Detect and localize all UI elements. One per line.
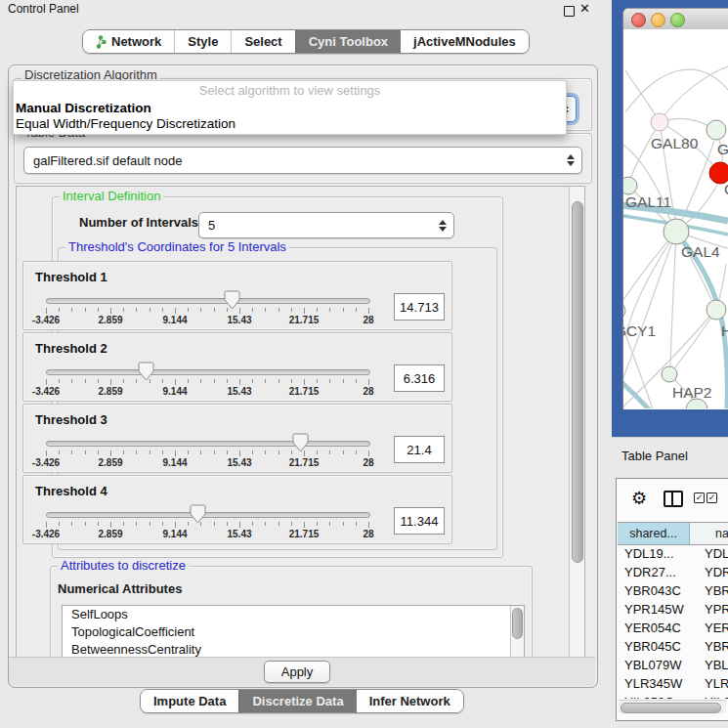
table-row[interactable]: YDL19...YDL1 xyxy=(618,544,728,563)
slider-track[interactable] xyxy=(46,441,370,447)
network-node-gcy1[interactable] xyxy=(623,302,625,320)
slider-track[interactable] xyxy=(46,369,370,375)
settings-scrollbar-thumb[interactable] xyxy=(572,201,583,563)
close-icon[interactable]: ✕ xyxy=(579,1,590,16)
hscrollbar-thumb[interactable] xyxy=(621,703,721,713)
cell-name[interactable]: YBL0 xyxy=(699,656,728,674)
threshold-value-field[interactable]: 14.713 xyxy=(394,293,445,321)
tab-style[interactable]: Style xyxy=(174,30,231,53)
slider-tick xyxy=(200,308,201,312)
tab-select[interactable]: Select xyxy=(231,30,294,53)
slider-tick xyxy=(98,450,99,454)
cell-name[interactable]: YDL1 xyxy=(699,544,728,563)
cell-shared-name[interactable]: YDL19... xyxy=(618,544,699,563)
algorithm-option-equal-width-frequency-discretization[interactable]: Equal Width/Frequency Discretization xyxy=(14,116,566,132)
slider-tick xyxy=(239,379,240,385)
slider-track[interactable] xyxy=(46,512,370,518)
network-node-gal4[interactable] xyxy=(664,219,689,244)
numerical-attributes-list[interactable]: SelfLoopsTopologicalCoefficientBetweenne… xyxy=(62,605,525,659)
network-edge[interactable] xyxy=(625,69,728,112)
table-row[interactable]: YDR27...YDR2 xyxy=(618,563,728,581)
cell-shared-name[interactable]: YPR145W xyxy=(618,600,699,619)
network-edge[interactable] xyxy=(674,310,716,368)
slider-thumb[interactable] xyxy=(224,290,240,310)
slider-tick xyxy=(252,308,253,312)
table-row[interactable]: YPR145WYPR1 xyxy=(618,600,728,619)
network-edge[interactable] xyxy=(660,66,728,122)
table-panel: Table Panel ⚙ ✓ ✓ shared... na YDL19...Y… xyxy=(612,437,728,728)
attribute-item-topologicalcoefficient[interactable]: TopologicalCoefficient xyxy=(63,623,524,641)
mode-tab-discretize-data[interactable]: Discretize Data xyxy=(238,690,356,712)
checkbox-icon[interactable]: ✓ xyxy=(694,492,705,503)
network-edge[interactable] xyxy=(670,232,676,365)
threshold-value-field[interactable]: 21.4 xyxy=(394,436,445,463)
cell-name[interactable]: YBR0 xyxy=(699,581,728,600)
settings-scrollbar[interactable] xyxy=(569,187,584,658)
minimize-window-icon[interactable] xyxy=(651,13,665,27)
cell-shared-name[interactable]: YIL052C xyxy=(618,693,699,699)
number-of-intervals-combobox[interactable]: 5 xyxy=(198,212,454,238)
cell-name[interactable]: YLR3 xyxy=(699,674,728,693)
column-header-shared-name[interactable]: shared... xyxy=(618,523,690,544)
network-edge-highlighted[interactable] xyxy=(677,235,727,408)
slider-thumb[interactable] xyxy=(138,362,154,381)
mode-tab-impute-data[interactable]: Impute Data xyxy=(141,690,238,712)
network-node-gal80[interactable] xyxy=(651,113,668,131)
tab-cyni-toolbox[interactable]: Cyni Toolbox xyxy=(295,30,401,53)
slider-tick xyxy=(98,522,99,526)
slider-tick xyxy=(59,450,60,454)
attributes-scrollbar-thumb[interactable] xyxy=(512,608,523,639)
cell-shared-name[interactable]: YBR043C xyxy=(618,581,699,600)
threshold-value-field[interactable]: 6.316 xyxy=(394,364,445,392)
network-node-ga[interactable] xyxy=(707,120,726,140)
network-node-gal11[interactable] xyxy=(623,177,637,194)
close-window-icon[interactable] xyxy=(631,13,646,27)
tab-network[interactable]: Network xyxy=(83,30,174,53)
cell-name[interactable]: YBR0 xyxy=(699,637,728,656)
table-row[interactable]: YIL052CYIL0 xyxy=(618,693,728,699)
algorithm-option-manual-discretization[interactable]: Manual Discretization xyxy=(14,101,566,116)
slider-track[interactable] xyxy=(46,298,370,304)
mode-tab-infer-network[interactable]: Infer Network xyxy=(357,690,463,712)
number-of-intervals-label: Number of Intervals xyxy=(79,215,198,230)
cell-name[interactable]: YPR1 xyxy=(699,600,728,619)
network-window-titlebar[interactable] xyxy=(623,9,728,30)
gear-icon[interactable]: ⚙ xyxy=(631,488,647,509)
cell-shared-name[interactable]: YBR045C xyxy=(618,637,699,656)
table-row[interactable]: YER054CYER0 xyxy=(618,619,728,637)
cell-shared-name[interactable]: YBL079W xyxy=(618,656,699,674)
cell-name[interactable]: YDR2 xyxy=(699,563,728,581)
slider-tick xyxy=(110,522,111,528)
table-row[interactable]: YBR045CYBR0 xyxy=(618,637,728,656)
split-pane-icon[interactable] xyxy=(664,491,683,507)
cell-shared-name[interactable]: YDR27... xyxy=(618,563,699,581)
column-header-name[interactable]: na xyxy=(690,523,728,544)
cell-name[interactable]: YER0 xyxy=(699,619,728,637)
slider-thumb[interactable] xyxy=(190,504,206,524)
tab-label: Discretize Data xyxy=(252,690,343,712)
table-horizontal-scrollbar[interactable] xyxy=(619,700,726,713)
threshold-value-field[interactable]: 11.344 xyxy=(394,507,445,535)
apply-button[interactable]: Apply xyxy=(264,661,330,683)
zoom-window-icon[interactable] xyxy=(670,13,685,27)
network-edge[interactable] xyxy=(623,232,676,304)
slider-thumb[interactable] xyxy=(292,433,309,452)
network-edge[interactable] xyxy=(625,232,676,337)
table-data-combobox[interactable]: galFiltered.sif default node xyxy=(23,147,582,174)
table-row[interactable]: YLR345WYLR3 xyxy=(618,674,728,693)
table-row[interactable]: YBL079WYBL0 xyxy=(618,656,728,674)
table-row[interactable]: YBR043CYBR0 xyxy=(618,581,728,600)
tab-jactivemnodules[interactable]: jActiveMNodules xyxy=(401,30,529,53)
float-window-icon[interactable] xyxy=(564,6,575,17)
network-node-hap2[interactable] xyxy=(662,366,677,382)
cell-shared-name[interactable]: YLR345W xyxy=(618,674,699,693)
cell-name[interactable]: YIL0 xyxy=(699,693,728,699)
network-canvas[interactable]: GAL80GACGAL11GAL4GCY1HHAP2 xyxy=(623,29,728,408)
checkbox-icon[interactable]: ✓ xyxy=(707,492,717,503)
network-edge[interactable] xyxy=(625,70,660,122)
attribute-item-selfloops[interactable]: SelfLoops xyxy=(63,606,524,623)
slider-tick xyxy=(123,308,124,312)
cell-shared-name[interactable]: YER054C xyxy=(618,619,699,637)
attributes-list-scrollbar[interactable] xyxy=(510,606,524,659)
network-node-h[interactable] xyxy=(707,300,726,320)
